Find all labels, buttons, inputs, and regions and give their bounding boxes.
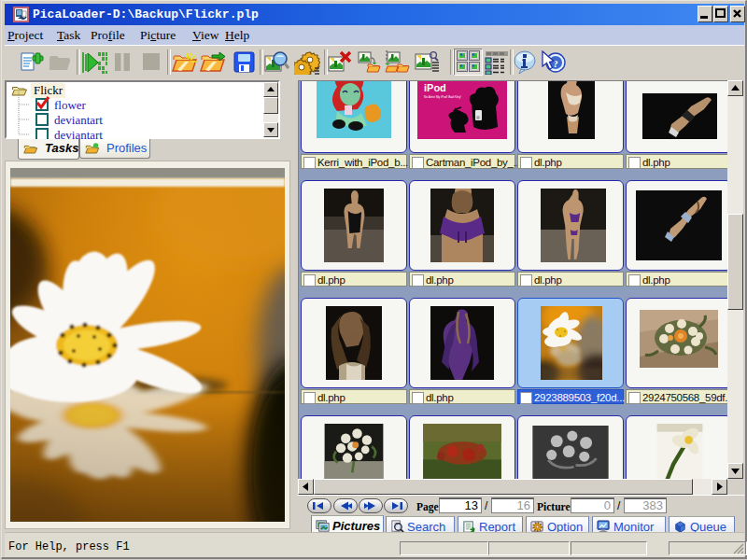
svg-text:?: ? <box>553 58 558 69</box>
svg-text:iPod: iPod <box>424 82 446 93</box>
svg-text:No Artist My iPod! Bad Kitty!: No Artist My iPod! Bad Kitty! <box>424 95 461 99</box>
